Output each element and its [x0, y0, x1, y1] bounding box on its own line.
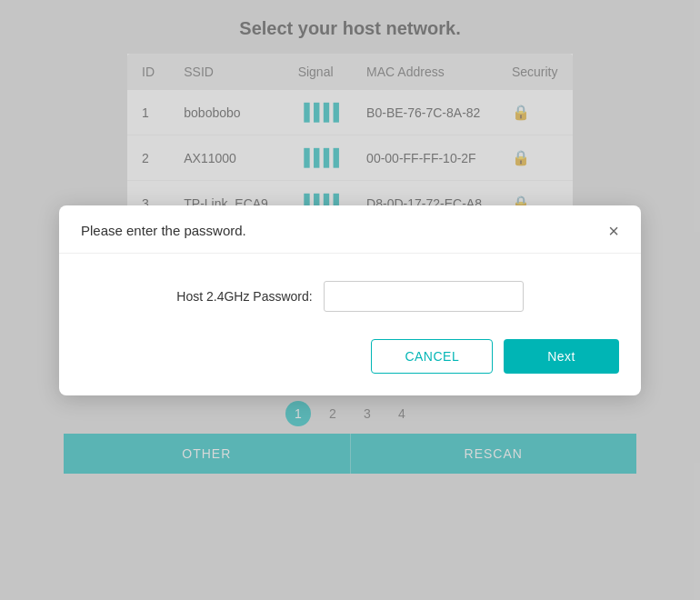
- password-label: Host 2.4GHz Password:: [176, 289, 312, 304]
- modal-overlay: Please enter the password. × Host 2.4GHz…: [0, 0, 700, 600]
- next-button[interactable]: Next: [504, 339, 619, 374]
- modal-footer: CANCEL Next: [59, 330, 641, 395]
- modal-body: Host 2.4GHz Password:: [59, 254, 641, 330]
- modal-title: Please enter the password.: [81, 223, 246, 238]
- password-modal: Please enter the password. × Host 2.4GHz…: [59, 205, 641, 395]
- password-input[interactable]: [324, 281, 524, 312]
- close-button[interactable]: ×: [608, 222, 619, 240]
- cancel-button[interactable]: CANCEL: [371, 339, 493, 374]
- modal-header: Please enter the password. ×: [59, 205, 641, 254]
